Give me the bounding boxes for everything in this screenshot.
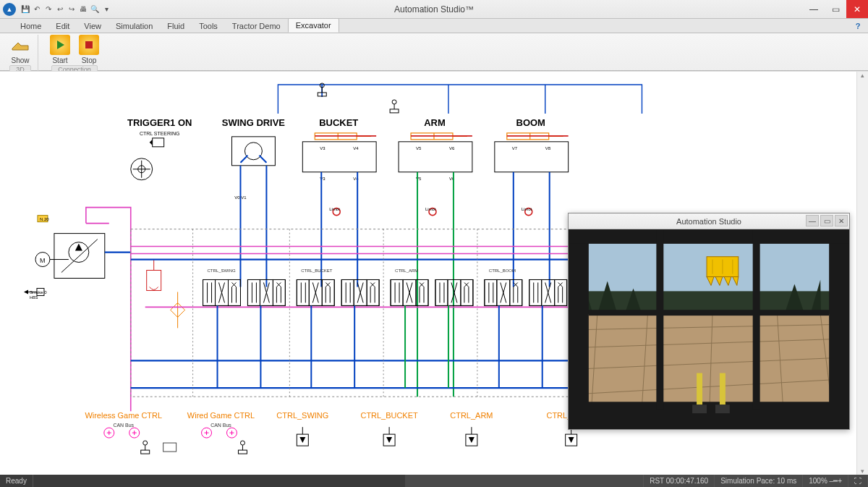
svg-marker-44 (150, 140, 153, 145)
sim-3d-close-button[interactable]: ✕ (835, 215, 848, 226)
vertical-scrollbar[interactable] (856, 72, 868, 475)
svg-rect-115 (829, 229, 849, 429)
svg-rect-26 (302, 142, 376, 172)
svg-text:Limot: Limot (425, 207, 436, 211)
status-bar: Ready RST 00:00:47.160 Simulation Pace: … (0, 475, 868, 487)
qat-back-icon[interactable]: ↩ (55, 4, 65, 14)
svg-text:V0 V1: V0 V1 (234, 195, 247, 200)
svg-point-23 (244, 143, 262, 160)
start-button[interactable]: Start (47, 35, 73, 64)
valve-bucket[interactable]: CTRL_BUCKET (297, 269, 379, 389)
svg-text:CTRL_BUCKET: CTRL_BUCKET (301, 269, 332, 274)
port-boom[interactable] (566, 427, 577, 446)
sim-3d-titlebar[interactable]: Automation Studio — ▭ ✕ (569, 213, 849, 229)
svg-rect-118 (656, 229, 663, 409)
status-pace: Simulation Pace: 10 ms (715, 475, 803, 487)
svg-rect-36 (495, 142, 569, 172)
tab-simulation[interactable]: Simulation (109, 20, 160, 33)
port-bucket[interactable] (383, 427, 395, 446)
joystick-wireless[interactable] (141, 441, 150, 454)
relief-valve[interactable] (147, 260, 161, 291)
tab-excavator[interactable]: Excavator (288, 18, 339, 33)
trigger-valve[interactable] (150, 138, 164, 147)
port-arm[interactable] (466, 427, 477, 446)
tab-fluid[interactable]: Fluid (160, 20, 192, 33)
steering-wheel-icon[interactable] (131, 158, 153, 180)
cyl-bucket[interactable]: V3V4 V3V4 (302, 133, 376, 181)
svg-rect-131 (720, 373, 726, 405)
status-fit-icon[interactable]: ⛶ (848, 475, 868, 487)
joystick-wired[interactable] (238, 441, 247, 454)
svg-rect-129 (697, 373, 702, 405)
sim-3d-viewport[interactable] (569, 229, 849, 429)
valve-boom[interactable]: CTRL_BOOM (485, 269, 567, 389)
valve-swing[interactable]: CTRL_SWING (203, 269, 286, 389)
tab-home[interactable]: Home (13, 20, 48, 33)
window-maximize-button[interactable]: ▭ (825, 0, 846, 18)
svg-text:CAN Bus: CAN Bus (210, 423, 231, 428)
qat-more-icon[interactable]: ▾ (101, 4, 111, 14)
svg-rect-104 (163, 443, 176, 452)
gamepad-wireless-icon2[interactable] (129, 428, 140, 438)
help-icon[interactable]: ? (852, 20, 864, 32)
qat-print-icon[interactable]: 🖶 (78, 4, 88, 14)
svg-text:CTRL_ARM: CTRL_ARM (395, 269, 418, 274)
gamepad-wired-icon[interactable] (202, 428, 212, 438)
svg-line-70 (61, 240, 98, 273)
svg-text:CTRL_BOOM: CTRL_BOOM (489, 269, 516, 274)
status-ready: Ready (0, 475, 33, 487)
qat-fwd-icon[interactable]: ↪ (67, 4, 77, 14)
cyl-boom[interactable]: V7V8 (495, 133, 569, 172)
gamepad-wired-icon2[interactable] (227, 428, 237, 438)
tab-tools[interactable]: Tools (192, 20, 225, 33)
ribbon-tabs: Home Edit View Simulation Fluid Tools Tr… (0, 19, 868, 33)
tab-tractor[interactable]: Tractor Demo (225, 20, 288, 33)
window-close-button[interactable]: ✕ (846, 0, 868, 18)
valve-arm[interactable]: CTRL_ARM (391, 269, 473, 389)
label-ctrl-swing: CTRL_SWING (276, 411, 328, 420)
motor-swing[interactable] (231, 137, 275, 166)
sim-3d-title: Automation Studio (676, 217, 741, 226)
svg-text:V4: V4 (353, 146, 359, 151)
qat-save-icon[interactable]: 💾 (20, 4, 30, 14)
qat-redo-icon[interactable]: ↷ (43, 4, 54, 14)
svg-rect-76 (147, 271, 161, 291)
sim-3d-min-button[interactable]: — (806, 215, 819, 226)
status-zoom[interactable]: 100% –━+ (803, 475, 848, 487)
label-wireless: Wireless Game CTRL (85, 411, 162, 420)
label-trigger: TRIGGER1 ON (127, 117, 192, 128)
svg-rect-1 (85, 41, 93, 48)
label-wired: Wired Game CTRL (187, 411, 255, 420)
pump-section[interactable]: N.20 M Smoke 0H8S (24, 208, 131, 411)
svg-text:CAN Bus: CAN Bus (113, 423, 134, 428)
joystick-mid[interactable] (390, 100, 399, 113)
tab-edit[interactable]: Edit (48, 20, 77, 33)
port-swing[interactable] (297, 427, 308, 446)
label-ctrl-steering: CTRL STEERING (140, 131, 180, 136)
show-button[interactable]: Show (7, 35, 33, 64)
sim-3d-max-button[interactable]: ▭ (820, 215, 833, 226)
qat-undo-icon[interactable]: ↶ (32, 4, 42, 14)
svg-rect-130 (692, 405, 707, 413)
sim-3d-window[interactable]: Automation Studio — ▭ ✕ (568, 213, 850, 430)
svg-rect-132 (715, 405, 730, 413)
filter-icon[interactable] (171, 292, 185, 328)
label-arm: ARM (424, 117, 446, 128)
qat-zoom-icon[interactable]: 🔍 (90, 4, 100, 14)
svg-rect-117 (569, 402, 849, 429)
svg-rect-119 (753, 229, 760, 409)
svg-line-25 (259, 156, 266, 163)
svg-marker-0 (57, 41, 64, 49)
gamepad-wireless-icon[interactable] (104, 428, 114, 438)
stop-button[interactable]: Stop (76, 35, 102, 64)
svg-text:Limot: Limot (522, 207, 532, 211)
quick-access-toolbar: 💾 ↶ ↷ ↩ ↪ 🖶 🔍 ▾ (20, 4, 111, 14)
show-label: Show (11, 56, 29, 64)
window-minimize-button[interactable]: — (803, 0, 825, 18)
svg-text:V8: V8 (545, 146, 551, 151)
tab-view[interactable]: View (77, 20, 109, 33)
svg-text:N.20: N.20 (40, 217, 49, 221)
cyl-arm[interactable]: V5V6 V5V6 (399, 133, 472, 181)
svg-text:CTRL_SWING: CTRL_SWING (208, 269, 236, 274)
stop-label: Stop (82, 56, 97, 64)
